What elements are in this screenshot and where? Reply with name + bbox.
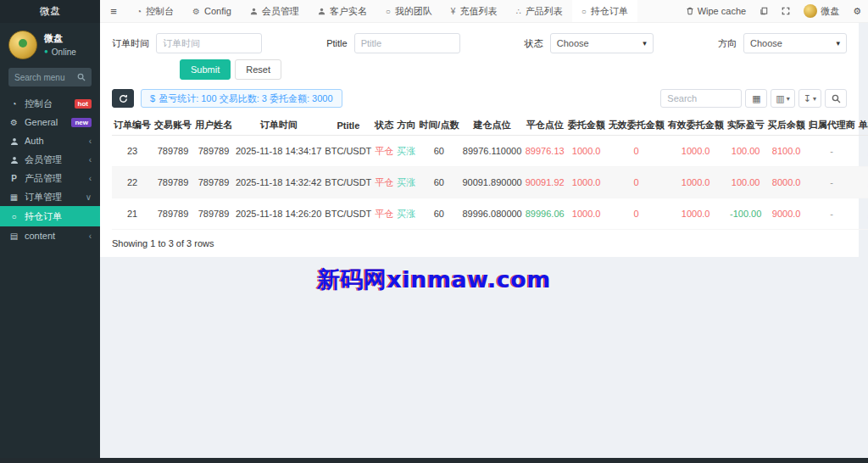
sidebar: 微盘 微盘 ● Online ◔ 控制台 hot ⚙ xyxy=(0,0,100,463)
sidebar-item-content[interactable]: ▤ content ‹ xyxy=(0,226,100,245)
tab-customer-verify[interactable]: 客户实名 xyxy=(309,0,376,22)
table-icon: ▦ xyxy=(8,192,19,202)
search-icon xyxy=(77,73,86,81)
cell-invalid-amount: 0 xyxy=(607,167,666,198)
tab-position-orders[interactable]: ○ 持仓订单 xyxy=(572,0,637,22)
chevron-left-icon: ‹ xyxy=(89,174,92,183)
table-toolbar: $ 盈亏统计: 100 交易比数: 3 委托金额: 3000 ▦ ▥ ▾ xyxy=(112,89,847,108)
hot-badge: hot xyxy=(75,99,92,109)
hamburger-icon: ≡ xyxy=(110,5,117,18)
export-icon: ↧ xyxy=(804,93,811,104)
gear-icon: ⚙ xyxy=(192,7,200,16)
cell-status: 平仓 xyxy=(373,198,395,230)
settings-button[interactable]: ⚙ xyxy=(846,6,868,17)
tab-my-team[interactable]: ○ 我的团队 xyxy=(376,0,442,22)
sidebar-item-dashboard[interactable]: ◔ 控制台 hot xyxy=(0,94,100,113)
order-time-label: 订单时间 xyxy=(112,37,149,50)
status-label: 状态 xyxy=(525,37,543,50)
sidebar-item-orders[interactable]: ▦ 订单管理 ∨ xyxy=(0,187,100,206)
tab-product-list[interactable]: ∴ 产品列表 xyxy=(506,0,571,22)
main-area: ≡ ◔ 控制台 ⚙ Config 会员管理 客户实名 ○ 我的团队 xyxy=(100,0,868,463)
submit-button[interactable]: Submit xyxy=(180,59,231,80)
sidebar-item-auth[interactable]: Auth ‹ xyxy=(0,131,100,150)
direction-label: 方向 xyxy=(718,37,737,50)
columns-button[interactable]: ▥ ▾ xyxy=(771,89,794,108)
cell-agent: - xyxy=(807,136,857,167)
cell-account: 789789 xyxy=(153,167,193,198)
caret-down-icon: ▾ xyxy=(813,95,816,103)
avatar[interactable] xyxy=(8,31,37,59)
copy-page-button[interactable] xyxy=(753,7,775,15)
refresh-icon xyxy=(119,94,128,103)
order-time-input[interactable] xyxy=(156,33,262,53)
fullscreen-button[interactable] xyxy=(775,7,797,15)
cell-points: 60 xyxy=(417,167,460,198)
direction-select[interactable]: Choose ▾ xyxy=(743,33,847,53)
table-search-input[interactable] xyxy=(660,89,742,108)
circle-icon: ○ xyxy=(8,212,19,221)
app-window: 微盘 微盘 ● Online ◔ 控制台 hot ⚙ xyxy=(0,0,868,463)
users-icon xyxy=(8,136,19,145)
cell-ptitle: BTC/USDT xyxy=(323,136,373,167)
reset-button[interactable]: Reset xyxy=(235,59,281,80)
cogs-icon: ⚙ xyxy=(853,6,861,17)
columns-icon: ▥ xyxy=(776,93,784,104)
cell-valid-amount: 1000.0 xyxy=(666,167,726,198)
cell-balance: 8000.0 xyxy=(766,167,807,198)
toggle-view-icon: ▦ xyxy=(752,93,760,104)
circle-icon: ○ xyxy=(581,7,587,16)
cell-profit: 100.00 xyxy=(726,167,766,198)
cell-close-price: 89976.13 xyxy=(524,136,566,167)
tab-config[interactable]: ⚙ Config xyxy=(183,0,241,22)
cell-username: 789789 xyxy=(193,198,234,230)
cell-username: 789789 xyxy=(193,136,234,167)
dashboard-icon: ◔ xyxy=(8,99,19,109)
bottom-bar xyxy=(0,458,868,463)
cell-account: 789789 xyxy=(153,198,193,230)
refresh-button[interactable] xyxy=(112,89,134,108)
orders-table: 订单编号 交易账号 用户姓名 订单时间 Ptitle 状态 方向 时间/点数 建… xyxy=(112,115,868,230)
user-name: 微盘 xyxy=(44,31,76,46)
tab-recharge-list[interactable]: ¥ 充值列表 xyxy=(442,0,507,22)
export-button[interactable]: ↧ ▾ xyxy=(798,89,821,108)
sidebar-search-input[interactable] xyxy=(14,73,77,82)
user-icon xyxy=(250,7,258,16)
cell-profit: -100.00 xyxy=(726,198,766,230)
app-logo-title: 微盘 xyxy=(0,0,100,23)
navbar-user-name: 微盘 xyxy=(821,5,839,18)
sidebar-item-members[interactable]: 会员管理 ‹ xyxy=(0,150,100,169)
user-circle-icon xyxy=(8,154,19,164)
toggle-view-button[interactable]: ▦ xyxy=(745,89,767,108)
sidebar-item-products[interactable]: P 产品管理 ‹ xyxy=(0,169,100,187)
chevron-left-icon: ‹ xyxy=(89,137,92,146)
cell-direction: 买涨 xyxy=(395,167,417,198)
cell-agent: - xyxy=(807,198,857,230)
top-navbar: ≡ ◔ 控制台 ⚙ Config 会员管理 客户实名 ○ 我的团队 xyxy=(100,0,868,23)
cell-balance: 8100.0 xyxy=(766,136,807,167)
sidebar-toggle-button[interactable]: ≡ xyxy=(100,0,127,22)
sidebar-item-general[interactable]: ⚙ General new xyxy=(0,113,100,131)
avatar xyxy=(804,4,817,18)
cell-order-time: 2025-11-18 14:32:42 xyxy=(234,167,323,198)
ptitle-label: Ptitle xyxy=(326,38,347,48)
caret-down-icon: ▾ xyxy=(787,95,790,103)
cell-open-price: 89976.110000 xyxy=(460,136,523,167)
search-button[interactable] xyxy=(825,89,847,108)
cell-direction: 买涨 xyxy=(395,136,417,167)
tab-members[interactable]: 会员管理 xyxy=(241,0,309,22)
dollar-icon: $ xyxy=(150,93,155,103)
status-select[interactable]: Choose ▾ xyxy=(550,33,654,53)
expand-icon xyxy=(782,7,790,15)
tab-dashboard[interactable]: ◔ 控制台 xyxy=(127,0,183,22)
cell-valid-amount: 1000.0 xyxy=(666,198,726,230)
cell-profit: 100.00 xyxy=(726,136,766,167)
user-menu[interactable]: 微盘 xyxy=(797,4,846,18)
sidebar-item-position-orders[interactable]: ○ 持仓订单 xyxy=(0,206,100,226)
user-panel: 微盘 ● Online xyxy=(0,23,100,62)
cell-agent: - xyxy=(807,167,857,198)
copy-icon xyxy=(760,7,768,15)
wipe-cache-button[interactable]: Wipe cache xyxy=(679,6,753,16)
ptitle-input[interactable] xyxy=(354,33,460,53)
cell-valid-amount: 1000.0 xyxy=(666,136,726,167)
cell-status: 平仓 xyxy=(373,167,395,198)
